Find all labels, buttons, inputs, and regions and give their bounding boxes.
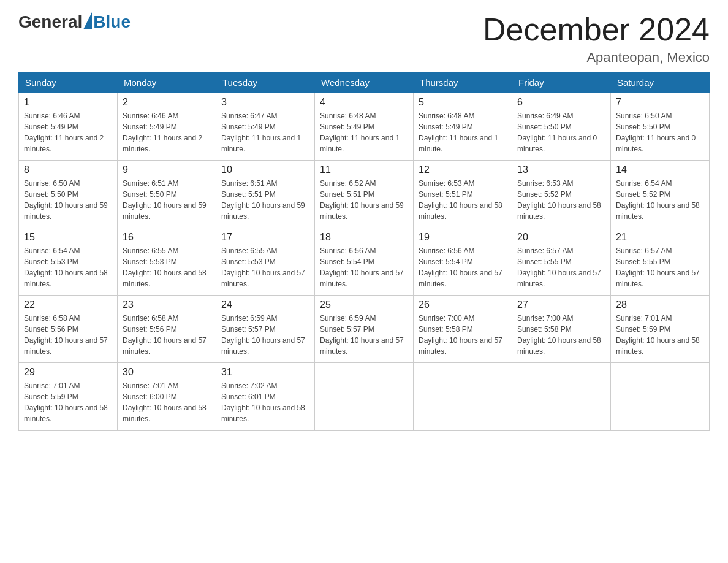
day-number: 28 (616, 299, 704, 310)
week-row-3: 15Sunrise: 6:54 AMSunset: 5:53 PMDayligh… (19, 228, 710, 296)
logo-general-text: General (18, 12, 82, 32)
calendar-cell (512, 363, 611, 431)
day-number: 29 (24, 367, 112, 378)
calendar-cell: 28Sunrise: 7:01 AMSunset: 5:59 PMDayligh… (611, 296, 710, 363)
day-number: 30 (123, 367, 211, 378)
day-number: 20 (517, 232, 605, 243)
day-number: 3 (221, 97, 309, 108)
day-info: Sunrise: 6:55 AMSunset: 5:53 PMDaylight:… (221, 245, 309, 289)
day-number: 27 (517, 299, 605, 310)
calendar-cell: 20Sunrise: 6:57 AMSunset: 5:55 PMDayligh… (512, 228, 611, 296)
day-info: Sunrise: 6:48 AMSunset: 5:49 PMDaylight:… (320, 110, 408, 155)
day-info: Sunrise: 6:46 AMSunset: 5:49 PMDaylight:… (123, 110, 211, 155)
day-info: Sunrise: 6:53 AMSunset: 5:51 PMDaylight:… (419, 178, 507, 222)
day-number: 19 (419, 232, 507, 243)
day-number: 25 (320, 299, 408, 310)
calendar-cell: 21Sunrise: 6:57 AMSunset: 5:55 PMDayligh… (611, 228, 710, 296)
calendar-cell: 17Sunrise: 6:55 AMSunset: 5:53 PMDayligh… (216, 228, 315, 296)
day-number: 18 (320, 232, 408, 243)
day-info: Sunrise: 6:56 AMSunset: 5:54 PMDaylight:… (419, 245, 507, 289)
day-info: Sunrise: 6:58 AMSunset: 5:56 PMDaylight:… (123, 313, 211, 357)
calendar-cell: 30Sunrise: 7:01 AMSunset: 6:00 PMDayligh… (118, 363, 216, 431)
calendar-cell: 22Sunrise: 6:58 AMSunset: 5:56 PMDayligh… (19, 296, 118, 363)
day-number: 2 (123, 97, 211, 108)
calendar-cell: 3Sunrise: 6:47 AMSunset: 5:49 PMDaylight… (216, 93, 315, 161)
day-info: Sunrise: 6:51 AMSunset: 5:51 PMDaylight:… (221, 178, 309, 222)
header-day-sunday: Sunday (19, 72, 118, 93)
week-row-5: 29Sunrise: 7:01 AMSunset: 5:59 PMDayligh… (19, 363, 710, 431)
calendar-cell: 13Sunrise: 6:53 AMSunset: 5:52 PMDayligh… (512, 161, 611, 228)
day-number: 21 (616, 232, 704, 243)
day-number: 12 (419, 164, 507, 175)
day-number: 10 (221, 164, 309, 175)
calendar-cell: 14Sunrise: 6:54 AMSunset: 5:52 PMDayligh… (611, 161, 710, 228)
calendar-cell: 19Sunrise: 6:56 AMSunset: 5:54 PMDayligh… (414, 228, 512, 296)
day-info: Sunrise: 6:48 AMSunset: 5:49 PMDaylight:… (419, 110, 507, 155)
calendar-table: SundayMondayTuesdayWednesdayThursdayFrid… (18, 72, 710, 431)
day-info: Sunrise: 6:54 AMSunset: 5:53 PMDaylight:… (24, 245, 112, 289)
logo: General Blue (18, 12, 131, 32)
day-number: 15 (24, 232, 112, 243)
header-day-saturday: Saturday (611, 72, 710, 93)
week-row-1: 1Sunrise: 6:46 AMSunset: 5:49 PMDaylight… (19, 93, 710, 161)
day-info: Sunrise: 7:01 AMSunset: 5:59 PMDaylight:… (24, 380, 112, 424)
day-number: 1 (24, 97, 112, 108)
day-info: Sunrise: 7:01 AMSunset: 6:00 PMDaylight:… (123, 380, 211, 424)
header-day-thursday: Thursday (414, 72, 512, 93)
day-info: Sunrise: 6:49 AMSunset: 5:50 PMDaylight:… (517, 110, 605, 155)
calendar-cell: 26Sunrise: 7:00 AMSunset: 5:58 PMDayligh… (414, 296, 512, 363)
calendar-cell: 18Sunrise: 6:56 AMSunset: 5:54 PMDayligh… (315, 228, 414, 296)
day-info: Sunrise: 6:58 AMSunset: 5:56 PMDaylight:… (24, 313, 112, 357)
calendar-cell: 1Sunrise: 6:46 AMSunset: 5:49 PMDaylight… (19, 93, 118, 161)
day-info: Sunrise: 6:47 AMSunset: 5:49 PMDaylight:… (221, 110, 309, 155)
logo-triangle-icon (83, 12, 92, 29)
calendar-cell: 11Sunrise: 6:52 AMSunset: 5:51 PMDayligh… (315, 161, 414, 228)
day-info: Sunrise: 6:59 AMSunset: 5:57 PMDaylight:… (221, 313, 309, 357)
day-info: Sunrise: 6:50 AMSunset: 5:50 PMDaylight:… (24, 178, 112, 222)
calendar-cell: 24Sunrise: 6:59 AMSunset: 5:57 PMDayligh… (216, 296, 315, 363)
day-info: Sunrise: 7:01 AMSunset: 5:59 PMDaylight:… (616, 313, 704, 357)
day-number: 13 (517, 164, 605, 175)
day-number: 23 (123, 299, 211, 310)
logo-blue-text: Blue (93, 12, 131, 32)
calendar-cell: 7Sunrise: 6:50 AMSunset: 5:50 PMDaylight… (611, 93, 710, 161)
calendar-cell: 16Sunrise: 6:55 AMSunset: 5:53 PMDayligh… (118, 228, 216, 296)
day-number: 14 (616, 164, 704, 175)
day-number: 5 (419, 97, 507, 108)
calendar-cell: 9Sunrise: 6:51 AMSunset: 5:50 PMDaylight… (118, 161, 216, 228)
title-block: December 2024 Apanteopan, Mexico (483, 12, 710, 66)
calendar-cell: 8Sunrise: 6:50 AMSunset: 5:50 PMDaylight… (19, 161, 118, 228)
calendar-cell: 10Sunrise: 6:51 AMSunset: 5:51 PMDayligh… (216, 161, 315, 228)
day-info: Sunrise: 6:59 AMSunset: 5:57 PMDaylight:… (320, 313, 408, 357)
day-info: Sunrise: 6:57 AMSunset: 5:55 PMDaylight:… (616, 245, 704, 289)
day-info: Sunrise: 6:46 AMSunset: 5:49 PMDaylight:… (24, 110, 112, 155)
header-day-wednesday: Wednesday (315, 72, 414, 93)
week-row-4: 22Sunrise: 6:58 AMSunset: 5:56 PMDayligh… (19, 296, 710, 363)
calendar-header-row: SundayMondayTuesdayWednesdayThursdayFrid… (19, 72, 710, 93)
day-number: 31 (221, 367, 309, 378)
day-info: Sunrise: 7:00 AMSunset: 5:58 PMDaylight:… (419, 313, 507, 357)
day-number: 17 (221, 232, 309, 243)
calendar-cell: 6Sunrise: 6:49 AMSunset: 5:50 PMDaylight… (512, 93, 611, 161)
calendar-cell: 31Sunrise: 7:02 AMSunset: 6:01 PMDayligh… (216, 363, 315, 431)
day-number: 4 (320, 97, 408, 108)
calendar-cell (611, 363, 710, 431)
day-number: 9 (123, 164, 211, 175)
day-number: 24 (221, 299, 309, 310)
calendar-cell: 2Sunrise: 6:46 AMSunset: 5:49 PMDaylight… (118, 93, 216, 161)
day-number: 22 (24, 299, 112, 310)
month-title: December 2024 (483, 12, 710, 47)
calendar-cell (315, 363, 414, 431)
calendar-cell: 5Sunrise: 6:48 AMSunset: 5:49 PMDaylight… (414, 93, 512, 161)
day-number: 6 (517, 97, 605, 108)
week-row-2: 8Sunrise: 6:50 AMSunset: 5:50 PMDaylight… (19, 161, 710, 228)
day-number: 26 (419, 299, 507, 310)
calendar-cell: 15Sunrise: 6:54 AMSunset: 5:53 PMDayligh… (19, 228, 118, 296)
calendar-cell: 25Sunrise: 6:59 AMSunset: 5:57 PMDayligh… (315, 296, 414, 363)
calendar-cell: 27Sunrise: 7:00 AMSunset: 5:58 PMDayligh… (512, 296, 611, 363)
day-info: Sunrise: 6:56 AMSunset: 5:54 PMDaylight:… (320, 245, 408, 289)
page-header: General Blue December 2024 Apanteopan, M… (18, 12, 710, 66)
day-info: Sunrise: 6:55 AMSunset: 5:53 PMDaylight:… (123, 245, 211, 289)
day-info: Sunrise: 6:52 AMSunset: 5:51 PMDaylight:… (320, 178, 408, 222)
day-number: 16 (123, 232, 211, 243)
